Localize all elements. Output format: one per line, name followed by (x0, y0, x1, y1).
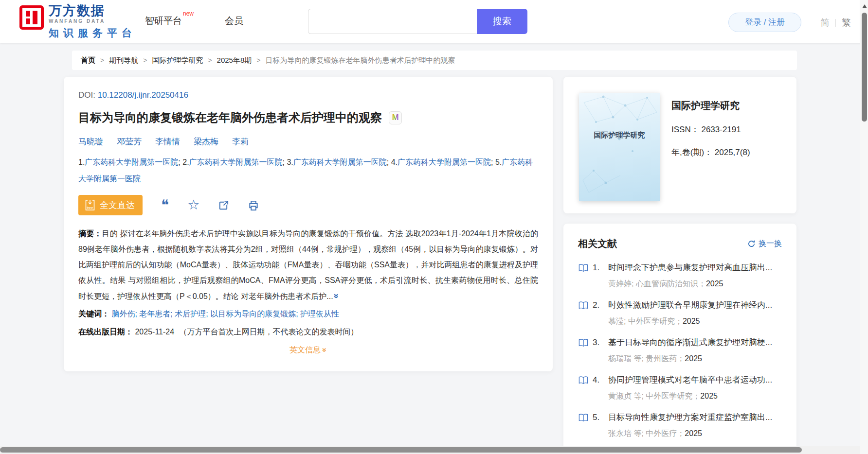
new-badge: new (183, 10, 194, 17)
print-icon[interactable] (248, 200, 259, 211)
affiliation: 3.广东药科大学附属第一医院 (287, 158, 391, 166)
breadcrumb-home[interactable]: 首页 (81, 56, 95, 65)
keyword-link[interactable]: 脑外伤 (111, 310, 139, 318)
journal-info: 国际护理学研究 ISSN： 2633-2191 年,卷(期)： 2025,7(8… (671, 99, 750, 158)
author-link[interactable]: 李莉 (232, 136, 249, 147)
refresh-related-button[interactable]: 换一换 (747, 239, 782, 249)
fulltext-button[interactable]: free 全文直达 (78, 195, 143, 215)
search-button[interactable]: 搜索 (477, 9, 527, 34)
nav-item-zhiyan[interactable]: 智研平台new (145, 15, 194, 27)
journal-volume: 年,卷(期)： 2025,7(8) (671, 147, 750, 158)
brand-tagline: 知识服务平台 (49, 26, 136, 40)
related-item: 1. 时间理念下护患参与康复护理对高血压脑出... 黄婷婷; 心血管病防治知识2… (578, 262, 782, 289)
affiliation: 2.广东药科大学附属第一医院 (182, 158, 287, 166)
search-bar: 搜索 (308, 9, 527, 34)
journal-cover-title: 国际护理学研究 (594, 131, 645, 201)
online-date-value: 2025-11-24 (135, 328, 174, 336)
page: 万方数据 WANFANG DATA 知识服务平台 智研平台new 会员 搜索 登… (0, 0, 868, 454)
breadcrumb: 首页 期刊导航 国际护理学研究 2025年8期 目标为导向的康复锻炼在老年脑外伤… (72, 51, 797, 70)
related-item-title[interactable]: 时间理念下护患参与康复护理对高血压脑出... (608, 262, 772, 273)
related-item-authors[interactable]: 慕滢; (608, 317, 626, 325)
author-link[interactable]: 马晓璇 (78, 136, 103, 147)
related-item-source[interactable]: 中外医学研究 (646, 392, 700, 400)
keyword-link[interactable]: 以目标为导向的康复锻炼 (210, 310, 300, 318)
breadcrumb-journal-nav[interactable]: 期刊导航 (95, 56, 138, 65)
related-item-year: 2025 (685, 354, 702, 363)
related-articles-card: 相关文献 换一换 1. 时间理念下护患参与康复护理对高血压脑出... (563, 224, 796, 454)
related-title: 相关文献 (578, 237, 617, 250)
book-icon (578, 338, 589, 347)
abstract-label: 摘要： (78, 229, 102, 238)
lang-traditional[interactable]: 繁 (842, 17, 851, 29)
affiliations-row: 1.广东药科大学附属第一医院 2.广东药科大学附属第一医院 3.广东药科大学附属… (78, 154, 538, 187)
metrics-badge[interactable]: M (389, 111, 402, 124)
svg-text:free: free (87, 206, 93, 210)
related-header: 相关文献 换一换 (578, 237, 782, 250)
online-date-row: 在线出版日期： 2025-11-24 （万方平台首次上网日期，不代表论文的发表时… (78, 327, 538, 337)
journal-cover[interactable]: 国际护理学研究 (579, 93, 660, 201)
related-item-source[interactable]: 贵州医药 (646, 354, 685, 363)
brand-name: 万方数据 (49, 3, 136, 18)
horizontal-scrollbar[interactable] (0, 446, 860, 454)
related-item-title[interactable]: 目标导向性康复护理方案对重症监护室脑出... (608, 412, 772, 423)
related-item: 4. 协同护理管理模式对老年脑卒中患者运动功... 黄淑贞 等; 中外医学研究2… (578, 374, 782, 402)
abstract: 摘要：目的 探讨在老年脑外伤患者术后护理中实施以目标为导向的康复锻炼的干预价值。… (78, 226, 538, 304)
expand-abstract-icon[interactable]: » (329, 294, 344, 298)
online-date-label: 在线出版日期： (78, 328, 133, 336)
related-item-authors[interactable]: 张永培 等; (608, 429, 644, 437)
author-link[interactable]: 李情情 (155, 136, 180, 147)
related-item-source[interactable]: 中外医疗 (646, 429, 685, 437)
breadcrumb-journal[interactable]: 国际护理学研究 (138, 56, 203, 65)
refresh-icon (747, 240, 756, 248)
lang-divider (835, 19, 836, 27)
vertical-scrollbar[interactable] (860, 0, 868, 454)
article-title: 目标为导向的康复锻炼在老年脑外伤患者术后护理中的观察 (78, 110, 382, 125)
author-link[interactable]: 梁杰梅 (194, 136, 218, 147)
journal-card: 国际护理学研究 国际护理学研究 ISSN： 2633-2191 年,卷(期)： … (563, 77, 796, 213)
related-item-title[interactable]: 协同护理管理模式对老年脑卒中患者运动功... (608, 374, 772, 385)
affiliation-link[interactable]: 广东药科大学附属第一医院 (189, 158, 283, 166)
book-icon (578, 376, 589, 384)
vertical-scrollbar-thumb[interactable] (862, 13, 867, 122)
related-item-authors[interactable]: 黄淑贞 等; (608, 392, 644, 400)
author-link[interactable]: 邓莹芳 (117, 136, 142, 147)
keyword-link[interactable]: 护理依从性 (300, 310, 339, 318)
favorite-star-icon[interactable]: ☆ (187, 199, 199, 211)
related-item-title[interactable]: 基于目标导向的循序渐进式康复护理对脑梗... (608, 337, 772, 348)
journal-name-link[interactable]: 国际护理学研究 (671, 99, 750, 112)
lang-simplified[interactable]: 简 (820, 17, 830, 29)
related-item-source[interactable]: 中外医学研究 (628, 317, 683, 325)
english-info-row: 英文信息» (78, 345, 538, 355)
wanfang-logo[interactable]: 万方数据 WANFANG DATA 知识服务平台 (19, 3, 136, 40)
related-item-year: 2025 (700, 392, 718, 400)
nav-item-member[interactable]: 会员 (225, 15, 243, 27)
related-item-title[interactable]: 时效性激励护理联合早期康复护理在神经内... (608, 299, 772, 311)
search-input[interactable] (308, 9, 477, 34)
related-item-authors[interactable]: 杨瑞瑞 等; (608, 354, 644, 363)
keyword-link[interactable]: 老年患者 (139, 310, 175, 318)
share-export-icon[interactable] (218, 200, 229, 211)
keyword-link[interactable]: 术后护理 (175, 310, 210, 318)
online-date-note: （万方平台首次上网日期，不代表论文的发表时间） (180, 328, 359, 336)
cite-icon[interactable]: ❝ (161, 200, 169, 210)
affiliation-link[interactable]: 广东药科大学附属第一医院 (398, 158, 491, 166)
brand-name-en: WANFANG DATA (49, 18, 136, 24)
affiliation-link[interactable]: 广东药科大学附属第一医院 (85, 158, 178, 166)
affiliation: 1.广东药科大学附属第一医院 (78, 158, 182, 166)
header: 万方数据 WANFANG DATA 知识服务平台 智研平台new 会员 搜索 登… (0, 0, 868, 43)
expand-english-icon: » (321, 348, 329, 352)
related-item: 3. 基于目标导向的循序渐进式康复护理对脑梗... 杨瑞瑞 等; 贵州医药202… (578, 337, 782, 364)
breadcrumb-issue[interactable]: 2025年8期 (203, 56, 252, 65)
authors-row: 马晓璇 邓莹芳 李情情 梁杰梅 李莉 (78, 136, 538, 147)
language-switch: 简 繁 (820, 17, 851, 29)
horizontal-scrollbar-thumb[interactable] (0, 447, 802, 453)
english-info-link[interactable]: 英文信息 (289, 346, 321, 354)
affiliation-link[interactable]: 广东药科大学附属第一医院 (293, 158, 387, 166)
login-register-button[interactable]: 登录 / 注册 (728, 13, 801, 32)
breadcrumb-current-article: 目标为导向的康复锻炼在老年脑外伤患者术后护理中的观察 (252, 56, 455, 65)
doi-link[interactable]: 10.12208/j.ijnr.20250416 (98, 90, 188, 100)
related-item-authors[interactable]: 黄婷婷; (608, 279, 633, 288)
scroll-up-arrow-icon[interactable] (862, 4, 867, 8)
related-item-source[interactable]: 心血管病防治知识 (636, 279, 706, 288)
article-toolbar: free 全文直达 ❝ ☆ (78, 195, 538, 215)
